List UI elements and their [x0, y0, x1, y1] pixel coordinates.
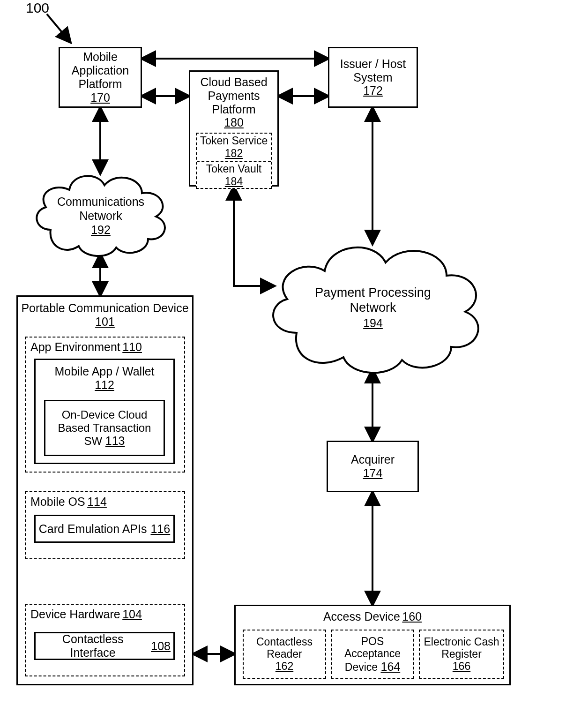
node-card-emulation-apis: Card Emulation APIs 116 [34, 515, 175, 543]
node-number: 160 [402, 610, 422, 623]
node-mobile-application-platform: Mobile Application Platform 170 [59, 47, 142, 108]
node-device-hardware: Device Hardware 104 Contactless Interfac… [25, 604, 185, 676]
node-number: 170 [90, 91, 110, 105]
node-label: On-Device Cloud Based Transaction SW 113 [48, 408, 161, 448]
node-number: 180 [224, 116, 244, 129]
node-token-box: Token Service 182 Token Vault 184 [196, 133, 272, 189]
node-label: Contactless Reader [246, 636, 322, 660]
node-number: 101 [95, 315, 115, 328]
node-label: Electronic Cash Register [423, 636, 500, 660]
node-label: Contactless Interface [38, 632, 147, 660]
node-on-device-cloud-based-transaction-sw: On-Device Cloud Based Transaction SW 113 [44, 400, 165, 456]
cloud-number: 192 [91, 223, 111, 236]
node-pos-acceptance-device: POS Acceptance Device 164 [331, 630, 414, 679]
node-number: 172 [363, 84, 383, 98]
node-access-device: Access Device 160 Contactless Reader 162… [234, 605, 511, 685]
node-number: 166 [453, 660, 470, 673]
node-number: 108 [151, 639, 171, 653]
node-label: Issuer / Host System [332, 57, 414, 84]
node-label: Portable Communication Device [21, 301, 188, 315]
svg-line-0 [47, 14, 70, 42]
node-cloud-based-payments-platform: Cloud Based Payments Platform 180 Token … [189, 70, 279, 187]
node-label: Acquirer [351, 453, 395, 466]
node-label: Mobile OS [30, 495, 85, 508]
cloud-number: 194 [363, 316, 383, 330]
node-number: 162 [276, 660, 293, 673]
token-vault-label: Token Vault [206, 163, 261, 175]
node-label: App Environment [30, 340, 120, 353]
node-label: Device Hardware [30, 608, 120, 621]
cloud-label: Communications Network [57, 195, 144, 222]
cloud-comm-text: Communications Network 192 [45, 195, 157, 237]
node-number: 114 [87, 495, 107, 508]
node-issuer-host-system: Issuer / Host System 172 [328, 47, 418, 108]
node-label: Cloud Based Payments Platform [200, 75, 267, 116]
node-app-environment: App Environment 110 Mobile App / Wallet … [25, 337, 185, 473]
node-mobile-os: Mobile OS 114 Card Emulation APIs 116 [25, 491, 185, 559]
node-electronic-cash-register: Electronic Cash Register 166 [419, 630, 504, 679]
node-number: 104 [122, 608, 142, 621]
node-label: Access Device [323, 610, 400, 623]
token-service-label: Token Service [200, 135, 268, 147]
token-service-number: 182 [225, 147, 243, 159]
node-label: Mobile App / Wallet [54, 365, 154, 378]
token-vault-number: 184 [225, 175, 243, 188]
node-portable-communication-device: Portable Communication Device 101 App En… [16, 295, 194, 685]
node-mobile-app-wallet: Mobile App / Wallet 112 On-Device Cloud … [34, 359, 175, 464]
cloud-ppn-text: Payment Processing Network 194 [300, 285, 446, 330]
node-label: Mobile Application Platform [63, 50, 138, 90]
node-number: 116 [150, 522, 170, 536]
node-acquirer: Acquirer 174 [327, 441, 419, 492]
node-contactless-interface: Contactless Interface 108 [34, 632, 175, 660]
node-label: POS Acceptance Device 164 [335, 635, 410, 674]
node-number: 112 [95, 378, 114, 391]
node-number: 174 [363, 466, 383, 480]
cloud-label: Payment Processing Network [315, 285, 431, 315]
figure-ref-label: 100 [26, 0, 49, 16]
node-contactless-reader: Contactless Reader 162 [243, 630, 326, 679]
node-label: Card Emulation APIs [39, 522, 147, 536]
node-number: 110 [122, 340, 142, 353]
